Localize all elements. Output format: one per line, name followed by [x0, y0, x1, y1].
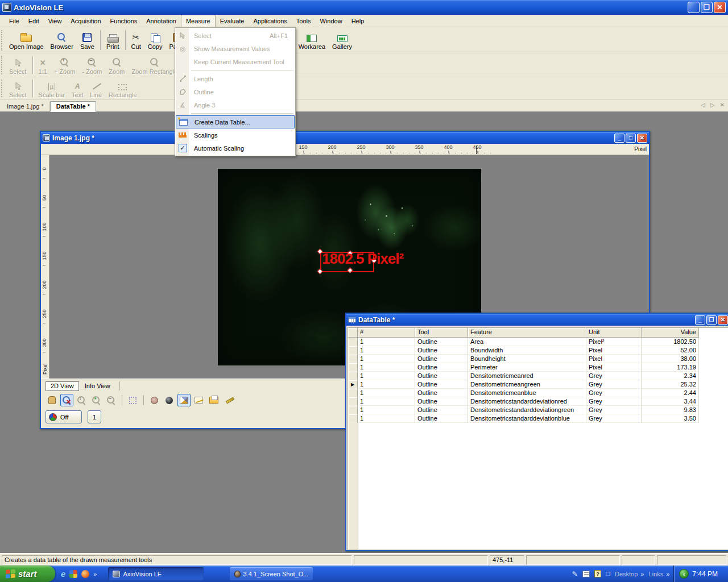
column-header-unit[interactable]: Unit [586, 328, 642, 338]
menu-evaluate[interactable]: Evaluate [216, 15, 249, 27]
copy-button[interactable]: Copy [144, 30, 166, 51]
window-tray-icon[interactable]: ❒ [606, 571, 610, 577]
tab-info-view[interactable]: Info View [80, 382, 115, 390]
image-close-button[interactable]: ✕ [637, 134, 647, 143]
datatable-close-button[interactable]: ✕ [718, 315, 728, 325]
menu-window[interactable]: Window [316, 15, 347, 27]
menu-file[interactable]: File [5, 15, 24, 27]
menu-help[interactable]: Help [347, 15, 369, 27]
menu-item-keep-current-measurement-tool[interactable]: Keep Current Measurement Tool [176, 55, 295, 68]
menu-edit[interactable]: Edit [24, 15, 44, 27]
table-row[interactable]: 1 Outline Boundheight Pixel 38.00 [348, 355, 728, 363]
row-selector[interactable] [348, 355, 358, 363]
select-annotation-button[interactable]: Select [6, 78, 30, 99]
column-header-number[interactable]: # [358, 328, 415, 338]
channel-single-button[interactable] [163, 394, 176, 406]
zoom-1-1-button[interactable]: ✕ 1:1 [35, 55, 51, 76]
chevron-icon[interactable]: » [666, 571, 669, 577]
open-image-button[interactable]: Open Image [6, 30, 47, 51]
menu-item-length[interactable]: Length [176, 72, 295, 85]
menu-measure[interactable]: Measure [181, 15, 216, 27]
menu-item-automatic-scaling[interactable]: ✓ Automatic Scaling [176, 142, 295, 155]
menu-annotation[interactable]: Annotation [142, 15, 181, 27]
line-tool-button[interactable]: Line [86, 78, 105, 99]
zoom-in-canvas-button[interactable]: + [90, 394, 103, 406]
chevron-icon[interactable]: » [640, 571, 644, 577]
column-header-feature[interactable]: Feature [468, 328, 586, 338]
annotate-pen-button[interactable] [222, 394, 235, 406]
menu-item-show-measurement-values[interactable]: ◎ Show Measurement Values [176, 42, 295, 55]
restore-button[interactable]: ❐ [701, 2, 713, 13]
tab-scroll-right-icon[interactable]: ▷ [710, 102, 715, 108]
help-tray-icon[interactable]: ? [594, 570, 601, 577]
pen-tray-icon[interactable]: ✎ [572, 570, 578, 578]
quick-launch-icon-2[interactable] [69, 570, 77, 578]
pan-button[interactable] [46, 394, 59, 406]
row-selector[interactable] [348, 346, 358, 355]
menu-applications[interactable]: Applications [249, 15, 291, 27]
zoom-out-canvas-button[interactable]: − [105, 394, 118, 406]
tab-datatable[interactable]: DataTable * [50, 101, 96, 112]
image-window-titlebar[interactable]: Image 1.jpg * _ □ ✕ [41, 132, 649, 144]
zoom-fit-button[interactable]: ↕ [75, 394, 88, 406]
tab-scroll-left-icon[interactable]: ◁ [701, 102, 705, 108]
image-maximize-button[interactable]: □ [626, 134, 636, 143]
row-selector[interactable] [348, 414, 358, 423]
internet-explorer-icon[interactable]: e [61, 569, 65, 579]
region-select-button[interactable] [126, 394, 139, 406]
row-selector[interactable] [348, 372, 358, 380]
export-button[interactable] [207, 394, 220, 406]
menu-item-scalings[interactable]: Scalings [176, 128, 295, 142]
table-row[interactable]: 1 Outline Area Pixel² 1802.50 [348, 338, 728, 346]
links-toolbar[interactable]: Links » [648, 571, 669, 577]
menu-view[interactable]: View [44, 15, 67, 27]
menu-item-select[interactable]: Select Alt+F1 [176, 29, 295, 42]
hide-icons-button[interactable]: ‹ [679, 569, 689, 579]
desktop-toolbar[interactable]: Desktop » [615, 571, 644, 577]
toolbar-grip[interactable] [1, 30, 4, 51]
menu-item-outline[interactable]: Outline [176, 85, 295, 98]
menu-acquisition[interactable]: Acquisition [66, 15, 105, 27]
browser-button[interactable]: Browser [47, 30, 77, 51]
rectangle-tool-button[interactable]: Rectangle [105, 78, 140, 99]
datatable-minimize-button[interactable]: _ [695, 315, 705, 325]
row-selector[interactable] [348, 397, 358, 406]
tab-image1[interactable]: Image 1.jpg * [1, 102, 50, 111]
zoom-button[interactable]: Zoom [105, 55, 128, 76]
row-selector[interactable] [348, 406, 358, 414]
table-row-current[interactable]: ▶ 1 Outline Densitometricmeangreen Grey … [348, 380, 728, 389]
tab-2d-view[interactable]: 2D View [46, 381, 79, 391]
row-selector[interactable] [348, 338, 358, 346]
table-row[interactable]: 1 Outline Densitometricmeanblue Grey 2.4… [348, 389, 728, 397]
menu-functions[interactable]: Functions [106, 15, 142, 27]
task-button-screenshot[interactable]: 3.4.1_Screen Shot_O... [230, 567, 313, 580]
zoom-disable-button[interactable]: ✕ [60, 394, 73, 406]
row-selector[interactable] [348, 363, 358, 372]
frame-button[interactable]: 1 [88, 410, 101, 423]
text-tool-button[interactable]: A Text [68, 78, 86, 99]
table-row[interactable]: 1 Outline Densitometricmeanred Grey 2.34 [348, 372, 728, 380]
datatable-grid[interactable]: # Tool Feature Unit Value 1 Outline Area… [348, 327, 728, 550]
task-button-axiovision[interactable]: AxioVision LE [108, 567, 204, 580]
scale-bar-button[interactable]: µ Scale bar [35, 78, 68, 99]
histogram-button[interactable] [177, 394, 191, 406]
select-tool-button[interactable]: Select [6, 55, 30, 76]
column-header-value[interactable]: Value [642, 328, 699, 338]
datatable-restore-button[interactable]: ❐ [706, 315, 717, 325]
zoom-out-button[interactable]: − - Zoom [78, 55, 105, 76]
channel-merge-button[interactable] [148, 394, 161, 406]
datatable-titlebar[interactable]: DataTable * _ ❐ ✕ [346, 314, 728, 326]
document-tray-icon[interactable] [582, 571, 590, 577]
close-button[interactable]: ✕ [714, 2, 726, 13]
firefox-icon[interactable] [81, 570, 89, 578]
zoom-in-button[interactable]: + + Zoom [51, 55, 79, 76]
table-row[interactable]: 1 Outline Boundwidth Pixel 52.00 [348, 346, 728, 355]
image-minimize-button[interactable]: _ [614, 134, 624, 143]
chevron-icon[interactable]: » [93, 571, 97, 577]
table-row[interactable]: 1 Outline Densitometricstandarddeviation… [348, 397, 728, 406]
save-button[interactable]: Save [77, 30, 98, 51]
start-button[interactable]: start [0, 566, 55, 582]
print-button[interactable]: Print [103, 30, 123, 51]
tab-close-icon[interactable]: ✕ [720, 102, 725, 108]
toolbar-grip[interactable] [1, 56, 4, 74]
